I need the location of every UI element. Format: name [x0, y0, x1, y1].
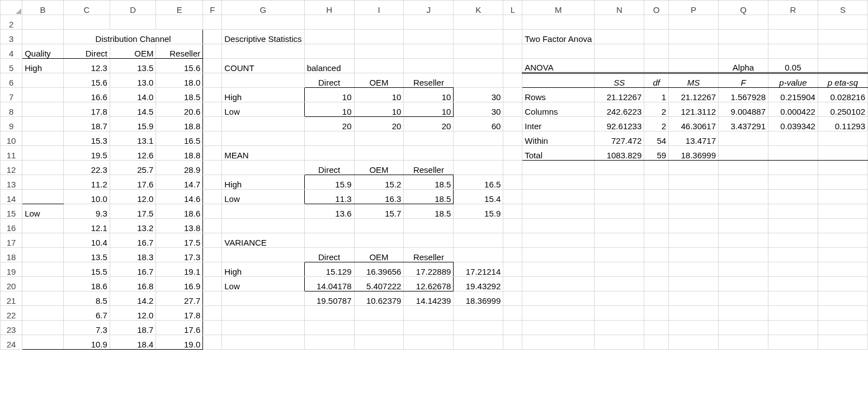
cell[interactable] [719, 262, 768, 277]
cell[interactable]: 6.7 [64, 306, 110, 321]
cell[interactable] [669, 262, 719, 277]
cell[interactable] [719, 306, 768, 321]
cell[interactable] [22, 277, 64, 291]
cell[interactable] [304, 335, 354, 350]
cell[interactable] [22, 146, 64, 161]
mean-row-high[interactable]: High [222, 175, 304, 190]
cell[interactable]: 59 [644, 146, 669, 161]
cell[interactable] [304, 233, 354, 248]
row-header[interactable]: 17 [1, 233, 22, 248]
cell[interactable] [22, 131, 64, 146]
balanced-label[interactable]: balanced [304, 59, 354, 73]
cell[interactable] [669, 335, 719, 350]
cell[interactable]: 17.5 [156, 233, 203, 248]
cell[interactable]: 14.5 [110, 102, 156, 117]
cell[interactable] [644, 175, 669, 190]
cell[interactable] [768, 248, 818, 262]
cell[interactable]: 19.50787 [304, 291, 354, 306]
cell[interactable] [22, 248, 64, 262]
cell[interactable] [768, 233, 818, 248]
var-reseller-hdr[interactable]: Reseller [404, 248, 454, 262]
cell[interactable] [304, 146, 354, 161]
cell[interactable] [354, 44, 404, 59]
cell[interactable] [454, 161, 503, 175]
cell[interactable]: 54 [644, 131, 669, 146]
count-oem-hdr[interactable]: OEM [354, 73, 404, 88]
row-header[interactable]: 16 [1, 219, 22, 233]
cell[interactable] [818, 233, 867, 248]
cell[interactable] [222, 291, 304, 306]
row-header[interactable]: 20 [1, 277, 22, 291]
cell[interactable]: 3.437291 [719, 117, 768, 131]
cell[interactable] [203, 30, 222, 44]
cell[interactable] [669, 277, 719, 291]
cell[interactable] [595, 306, 644, 321]
cell[interactable] [768, 291, 818, 306]
cell[interactable] [354, 59, 404, 73]
cell[interactable]: 2 [644, 117, 669, 131]
variance-label[interactable]: VARIANCE [222, 233, 304, 248]
cell[interactable] [503, 102, 522, 117]
cell[interactable] [595, 335, 644, 350]
cell[interactable]: 15.7 [354, 204, 404, 219]
cell[interactable] [719, 161, 768, 175]
cell[interactable] [644, 306, 669, 321]
anova-within-label[interactable]: Within [522, 131, 595, 146]
cell[interactable] [818, 262, 867, 277]
cell[interactable]: 22.3 [64, 161, 110, 175]
cell[interactable] [644, 30, 669, 44]
cell[interactable] [22, 233, 64, 248]
cell[interactable]: 27.7 [156, 291, 203, 306]
cell[interactable]: 13.1 [110, 131, 156, 146]
cell[interactable] [644, 44, 669, 59]
cell[interactable] [454, 44, 503, 59]
cell[interactable] [768, 306, 818, 321]
cell[interactable]: 16.9 [156, 277, 203, 291]
cell[interactable] [503, 233, 522, 248]
row-header[interactable]: 8 [1, 102, 22, 117]
cell[interactable] [203, 161, 222, 175]
cell[interactable]: 20 [354, 117, 404, 131]
cell[interactable] [719, 291, 768, 306]
cell[interactable]: 16.5 [454, 175, 503, 190]
cell[interactable] [719, 131, 768, 146]
row-header[interactable]: 10 [1, 131, 22, 146]
cell[interactable] [404, 335, 454, 350]
cell[interactable]: 9.3 [64, 204, 110, 219]
cell[interactable] [768, 204, 818, 219]
cell[interactable] [669, 175, 719, 190]
cell[interactable] [669, 15, 719, 30]
cell[interactable]: 18.36999 [454, 291, 503, 306]
cell[interactable] [522, 219, 595, 233]
cell[interactable] [719, 15, 768, 30]
cell[interactable] [768, 277, 818, 291]
cell[interactable] [522, 262, 595, 277]
anova-label[interactable]: ANOVA [522, 59, 595, 73]
cell[interactable] [595, 219, 644, 233]
col-header[interactable]: N [595, 1, 644, 15]
cell[interactable] [22, 117, 64, 131]
cell[interactable]: 18.6 [156, 204, 203, 219]
cell[interactable]: 10.0 [64, 190, 110, 204]
cell[interactable] [354, 219, 404, 233]
quality-low[interactable]: Low [22, 204, 64, 219]
cell[interactable] [404, 306, 454, 321]
cell[interactable] [503, 30, 522, 44]
cell[interactable] [768, 175, 818, 190]
cell[interactable]: 60 [454, 117, 503, 131]
cell[interactable]: 13.8 [156, 219, 203, 233]
cell[interactable] [644, 277, 669, 291]
cell[interactable] [203, 73, 222, 88]
cell[interactable] [595, 321, 644, 335]
cell[interactable] [304, 321, 354, 335]
cell[interactable] [503, 161, 522, 175]
cell[interactable] [595, 30, 644, 44]
count-direct-hdr[interactable]: Direct [304, 73, 354, 88]
cell[interactable] [644, 248, 669, 262]
cell[interactable] [768, 219, 818, 233]
cell[interactable]: 18.36999 [669, 146, 719, 161]
cell[interactable]: 15.6 [156, 59, 203, 73]
cell[interactable] [304, 306, 354, 321]
cell[interactable] [503, 291, 522, 306]
cell[interactable]: 16.6 [64, 88, 110, 102]
